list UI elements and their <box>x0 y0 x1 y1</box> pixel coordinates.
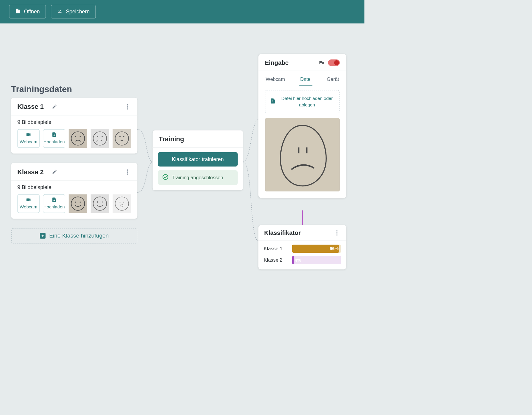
upload-icon <box>51 132 57 139</box>
webcam-icon <box>26 132 31 139</box>
probability-bar: 96% <box>292 245 341 253</box>
class-name: Klasse 2 <box>17 168 44 176</box>
open-button[interactable]: Öffnen <box>9 5 46 18</box>
train-classifier-button[interactable]: Klassifikator trainieren <box>158 152 238 167</box>
training-status: Training abgeschlossen <box>158 170 238 185</box>
svg-point-3 <box>80 136 81 137</box>
input-tabs: Webcam Datei Gerät <box>258 75 346 85</box>
save-button[interactable]: Speichern <box>51 5 96 18</box>
file-upload-icon <box>270 98 276 105</box>
upload-button-label: Hochladen <box>43 139 65 145</box>
kebab-menu-icon[interactable] <box>333 230 341 236</box>
input-panel-title: Eingabe <box>265 59 289 66</box>
download-icon <box>57 8 63 15</box>
sample-thumbnail[interactable] <box>69 129 87 148</box>
sample-row: Webcam Hochladen <box>17 129 131 148</box>
sample-thumbnail[interactable] <box>91 194 109 213</box>
svg-point-15 <box>75 202 76 203</box>
input-toggle[interactable] <box>328 59 340 66</box>
probability-bar-text: 96% <box>330 246 339 251</box>
classifier-row-name: Klasse 2 <box>264 257 288 263</box>
class-card-1: Klasse 1 9 Bildbeispiele Webcam Hochlade… <box>11 98 138 154</box>
training-card: Training Klassifikator trainieren Traini… <box>153 130 243 190</box>
class-name: Klasse 1 <box>17 103 44 111</box>
webcam-button-label: Webcam <box>20 205 37 210</box>
upload-button[interactable]: Hochladen <box>43 194 65 213</box>
classifier-body: Klasse 1 96% Klasse 2 4% <box>258 241 346 269</box>
sample-thumbnail[interactable] <box>113 129 131 148</box>
add-class-label: Eine Klasse hinzufügen <box>49 232 109 239</box>
input-panel-header: Eingabe Ein <box>258 54 346 71</box>
edit-icon[interactable] <box>52 104 57 110</box>
file-dropzone[interactable]: Datei hier hochladen oder ablegen <box>265 90 340 113</box>
add-class-button[interactable]: + Eine Klasse hinzufügen <box>11 228 138 243</box>
webcam-button[interactable]: Webcam <box>17 194 40 213</box>
save-button-label: Speichern <box>66 9 90 15</box>
classifier-row-name: Klasse 1 <box>264 246 288 251</box>
input-panel: Eingabe Ein Webcam Datei Gerät Datei hie… <box>258 54 346 198</box>
example-count: 9 Bildbeispiele <box>17 119 131 125</box>
probability-bar: 4% <box>292 256 341 264</box>
open-button-label: Öffnen <box>24 9 40 15</box>
svg-point-10 <box>119 136 121 137</box>
class-card-body: 9 Bildbeispiele Webcam Hochladen <box>11 115 138 153</box>
training-title: Training <box>153 130 243 147</box>
connector-input-to-classifier <box>302 210 303 225</box>
webcam-button-label: Webcam <box>20 139 37 145</box>
topbar: Öffnen Speichern <box>0 0 364 23</box>
toggle-label: Ein <box>319 60 326 65</box>
workflow-canvas: Trainingsdaten Klasse 1 9 Bildbeispiele … <box>0 23 364 284</box>
sample-thumbnail[interactable] <box>91 129 109 148</box>
tab-file[interactable]: Datei <box>299 75 312 85</box>
classifier-card: Klassifikator Klasse 1 96% Klasse 2 4% <box>258 225 346 269</box>
sample-row: Webcam Hochladen <box>17 194 131 213</box>
svg-point-11 <box>123 136 124 137</box>
class-card-2: Klasse 2 9 Bildbeispiele Webcam Hochlade… <box>11 163 138 219</box>
class-card-header: Klasse 1 <box>11 98 138 116</box>
kebab-menu-icon[interactable] <box>124 169 131 175</box>
classifier-row: Klasse 1 96% <box>264 245 341 253</box>
class-card-body: 9 Bildbeispiele Webcam Hochladen <box>11 181 138 219</box>
input-preview <box>265 118 340 191</box>
example-count: 9 Bildbeispiele <box>17 184 131 191</box>
webcam-button[interactable]: Webcam <box>17 129 40 148</box>
class-card-header: Klasse 2 <box>11 163 138 181</box>
edit-icon[interactable] <box>52 169 57 175</box>
connector-classes-to-training <box>137 119 153 201</box>
sample-thumbnail[interactable] <box>69 194 87 213</box>
training-data-title: Trainingsdaten <box>11 84 72 94</box>
svg-point-23 <box>119 202 120 202</box>
classifier-header: Klassifikator <box>258 225 346 241</box>
kebab-menu-icon[interactable] <box>124 104 131 109</box>
probability-bar-text: 4% <box>295 257 301 263</box>
upload-icon <box>51 197 57 204</box>
sample-thumbnail[interactable] <box>113 194 131 213</box>
dropzone-text: Datei hier hochladen oder ablegen <box>279 95 335 108</box>
training-status-text: Training abgeschlossen <box>172 175 223 180</box>
connector-training-to-output <box>243 111 259 245</box>
plus-icon: + <box>40 233 45 239</box>
svg-point-2 <box>75 136 76 137</box>
webcam-icon <box>26 197 31 204</box>
tab-webcam[interactable]: Webcam <box>265 75 286 85</box>
classifier-title: Klassifikator <box>264 229 301 236</box>
svg-rect-28 <box>266 118 339 191</box>
probability-bar-fill <box>292 256 294 264</box>
upload-button-label: Hochladen <box>43 205 65 210</box>
tab-device[interactable]: Gerät <box>326 75 340 85</box>
check-circle-icon <box>162 174 169 181</box>
classifier-row: Klasse 2 4% <box>264 256 341 264</box>
svg-point-16 <box>80 202 81 203</box>
svg-point-7 <box>102 136 103 137</box>
file-open-icon <box>15 8 21 15</box>
svg-point-6 <box>97 136 98 137</box>
upload-button[interactable]: Hochladen <box>43 129 65 148</box>
svg-point-24 <box>123 202 124 202</box>
input-toggle-wrap: Ein <box>319 59 340 66</box>
